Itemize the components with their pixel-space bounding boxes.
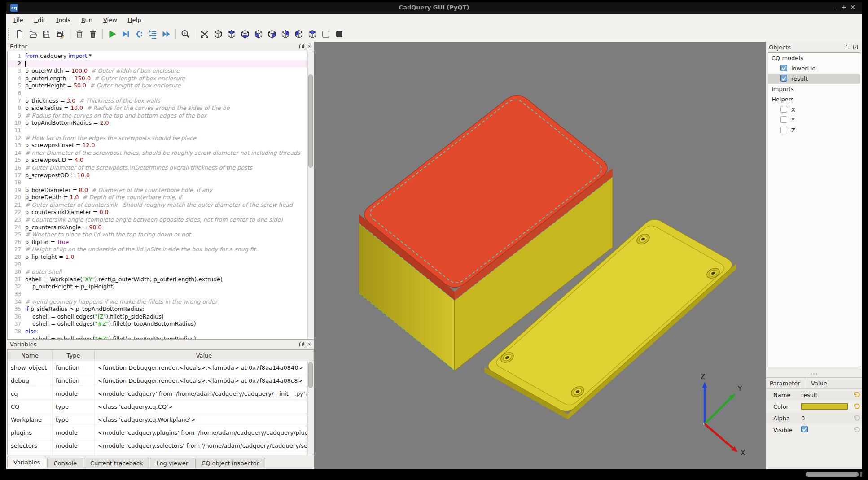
undo-button[interactable]	[852, 392, 862, 398]
unchecked-checkbox[interactable]	[780, 106, 787, 114]
code-line: 17p_screwpostOD = 10.0	[8, 172, 308, 179]
view-front-button[interactable]	[252, 27, 265, 41]
shaded-button[interactable]	[333, 27, 346, 41]
tree-item-x[interactable]: X	[768, 105, 860, 115]
save-script-button[interactable]	[40, 27, 53, 41]
code-editor[interactable]: 1from cadquery import *23p_outerWidth = …	[7, 51, 314, 340]
editor-close-button[interactable]	[306, 44, 312, 49]
view-back-button[interactable]	[279, 27, 292, 41]
minimize-button[interactable]: –	[830, 4, 839, 11]
parameter-value[interactable]: result	[801, 392, 852, 398]
parameter-value[interactable]: 0	[801, 415, 852, 422]
column-header-name[interactable]: Name	[8, 350, 53, 361]
tab-variables[interactable]: Variables	[7, 456, 46, 468]
new-script-button[interactable]	[13, 27, 26, 41]
variables-scrollbar	[307, 361, 314, 455]
view-axo-button[interactable]	[306, 27, 319, 41]
bottom-scrollbar[interactable]	[806, 472, 859, 477]
fit-view-button[interactable]	[198, 27, 211, 41]
undo-button[interactable]	[852, 415, 862, 422]
parameter-row-name: Nameresult	[766, 389, 862, 401]
objects-float-button[interactable]	[845, 44, 850, 50]
tree-item-y[interactable]: Y	[768, 115, 860, 125]
variables-table-header: NameTypeValue	[8, 350, 314, 361]
undo-button[interactable]	[852, 427, 862, 433]
editor-float-button[interactable]	[298, 44, 304, 49]
tab-log-viewer[interactable]: Log viewer	[150, 458, 194, 468]
unchecked-checkbox[interactable]	[780, 127, 787, 135]
cell-name: debug	[8, 374, 53, 387]
objects-close-button[interactable]	[852, 44, 858, 50]
table-row[interactable]: show_objectfunction<function Debugger.re…	[8, 361, 314, 374]
open-script-button[interactable]	[26, 27, 40, 41]
view-left-button[interactable]	[292, 27, 306, 41]
svg-text:X: X	[741, 449, 745, 457]
tab-current-traceback[interactable]: Current traceback	[84, 458, 149, 468]
menu-item-help[interactable]: Help	[123, 15, 147, 25]
menu-item-run[interactable]: Run	[76, 15, 98, 25]
menu-item-view[interactable]: View	[98, 15, 123, 25]
view-top-button[interactable]	[225, 27, 238, 41]
viewport-3d[interactable]: ZYX	[314, 42, 766, 469]
title-bar[interactable]: cq CadQuery GUI (PyQT) –+✕	[6, 2, 862, 14]
table-row[interactable]: Planetype<class 'cadquery.occ_impl.geom.…	[8, 452, 314, 455]
tree-item-imports[interactable]: Imports	[768, 84, 860, 94]
cell-type: module	[53, 439, 95, 452]
render-button[interactable]	[105, 27, 119, 41]
step-button[interactable]	[132, 27, 146, 41]
view-right-button[interactable]	[265, 27, 279, 41]
table-row[interactable]: pluginsmodule<module 'cadquery.plugins' …	[8, 426, 314, 439]
column-header-type[interactable]: Type	[53, 350, 95, 361]
visible-checkbox[interactable]	[801, 426, 808, 434]
window-controls: –+✕	[830, 4, 857, 11]
cell-name: show_object	[8, 361, 53, 374]
table-row[interactable]: selectorsmodule<module 'cadquery.selecto…	[8, 439, 314, 452]
tree-item-result[interactable]: result	[768, 74, 860, 84]
tree-item-z[interactable]: Z	[768, 125, 860, 135]
view-iso-button[interactable]	[211, 27, 225, 41]
table-row[interactable]: CQtype<class 'cadquery.cq.CQ'>	[8, 400, 314, 413]
close-button[interactable]: ✕	[848, 4, 857, 11]
checked-checkbox[interactable]	[780, 75, 787, 83]
column-header-value[interactable]: Value	[95, 350, 314, 361]
undo-button[interactable]	[852, 403, 862, 410]
unchecked-checkbox[interactable]	[780, 116, 787, 124]
zoom-button[interactable]	[179, 27, 192, 41]
variables-close-button[interactable]	[306, 341, 312, 347]
svg-text:Y: Y	[737, 385, 742, 393]
continue-button[interactable]	[159, 27, 173, 41]
code-line: 36 oshell = oshell.edges("|Z").fillet(p_…	[8, 313, 308, 321]
variables-table-body: show_objectfunction<function Debugger.re…	[8, 361, 314, 455]
tab-cq-object-inspector[interactable]: CQ object inspector	[195, 458, 265, 468]
code-line: 3p_outerWidth = 100.0 # Outer width of b…	[8, 67, 308, 75]
tree-item-lowerlid[interactable]: lowerLid	[768, 63, 860, 74]
variables-scrollbar-thumb[interactable]	[308, 362, 313, 388]
app-window: cq CadQuery GUI (PyQT) –+✕ FileEditTools…	[6, 2, 862, 469]
maximize-button[interactable]: +	[839, 4, 848, 11]
toolbar-handle[interactable]	[8, 28, 12, 40]
wireframe-button[interactable]	[319, 27, 333, 41]
cell-value: <function Debugger.render.<locals>.<lamb…	[95, 374, 314, 387]
tree-item-cq-models[interactable]: CQ models	[768, 53, 860, 63]
step-into-button[interactable]	[146, 27, 159, 41]
table-row[interactable]: cqmodule<module 'cadquery' from '/home/a…	[8, 387, 314, 400]
variables-float-button[interactable]	[298, 341, 304, 347]
cell-value: <class 'cadquery.cq.Workplane'>	[95, 413, 314, 426]
menu-item-tools[interactable]: Tools	[51, 15, 76, 25]
code-line: 14# nner Diameter of the screwpost holes…	[8, 149, 308, 157]
tree-item-helpers[interactable]: Helpers	[768, 94, 860, 105]
table-row[interactable]: Workplanetype<class 'cadquery.cq.Workpla…	[8, 413, 314, 426]
delete-button[interactable]	[86, 27, 100, 41]
save-as-button[interactable]	[53, 27, 67, 41]
table-row[interactable]: debugfunction<function Debugger.render.<…	[8, 374, 314, 387]
debug-button[interactable]	[119, 27, 132, 41]
editor-scrollbar-thumb[interactable]	[308, 74, 313, 168]
tab-console[interactable]: Console	[47, 458, 83, 468]
menu-item-file[interactable]: File	[8, 15, 29, 25]
color-swatch[interactable]	[801, 403, 848, 410]
menu-item-edit[interactable]: Edit	[29, 15, 51, 25]
sidebar-splitter[interactable]	[766, 372, 862, 376]
checked-checkbox[interactable]	[780, 65, 787, 73]
view-bottom-button[interactable]	[238, 27, 252, 41]
clear-button[interactable]	[73, 27, 86, 41]
